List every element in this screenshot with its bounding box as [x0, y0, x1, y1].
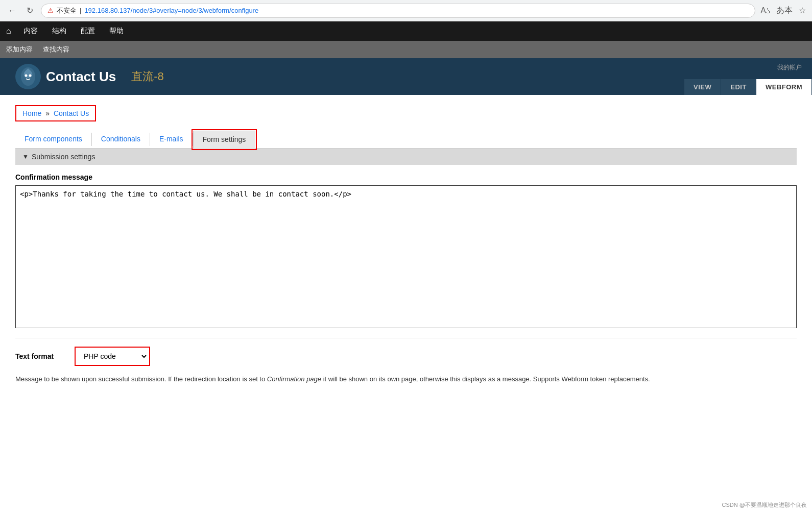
- bookmark-icon: ☆: [799, 6, 806, 15]
- url-path: /node/3#overlay=node/3/webform/configure: [131, 7, 258, 14]
- webform-tab-conditionals[interactable]: Conditionals: [92, 131, 150, 148]
- breadcrumb-home[interactable]: Home: [22, 109, 41, 117]
- browser-bar: ← ↻ ⚠ 不安全 | 192.168.80.137/node/3#overla…: [0, 0, 812, 21]
- back-button[interactable]: ←: [6, 5, 18, 17]
- find-content-link[interactable]: 查找内容: [43, 45, 69, 54]
- submission-settings-header[interactable]: ▼ Submission settings: [15, 149, 797, 165]
- main-content: Home » Contact Us Form components Condit…: [0, 95, 812, 400]
- page-header: Contact Us 直流-8 我的帐户 VIEW EDIT WEBFORM: [0, 58, 812, 95]
- text-format-select-wrapper: PHP code Full HTML Filtered HTML Plain t…: [75, 347, 150, 366]
- site-name: 直流-8: [131, 69, 164, 84]
- text-format-label: Text format: [15, 352, 66, 360]
- security-warning-text: 不安全: [57, 6, 77, 15]
- breadcrumb: Home » Contact Us: [15, 105, 96, 121]
- logo-area: Contact Us 直流-8: [10, 64, 164, 89]
- description-rest: it will be shown on its own page, otherw…: [321, 375, 650, 383]
- tab-webform[interactable]: WEBFORM: [756, 79, 812, 95]
- text-format-select[interactable]: PHP code Full HTML Filtered HTML Plain t…: [77, 349, 148, 364]
- nav-config[interactable]: 配置: [79, 27, 97, 36]
- nav-content[interactable]: 内容: [21, 27, 40, 36]
- font-icon: AᲐ: [760, 6, 770, 15]
- tab-view[interactable]: VIEW: [684, 79, 721, 95]
- webform-tab-settings[interactable]: Form settings: [193, 131, 256, 149]
- drupal-logo: [15, 64, 41, 89]
- confirmation-message-section: Confirmation message: [15, 165, 797, 338]
- url-separator: |: [80, 7, 81, 14]
- breadcrumb-current[interactable]: Contact Us: [54, 109, 89, 117]
- webform-tab-emails[interactable]: E-mails: [150, 131, 193, 148]
- address-bar: ⚠ 不安全 | 192.168.80.137/node/3#overlay=no…: [41, 4, 755, 18]
- svg-point-2: [29, 75, 32, 77]
- tab-edit[interactable]: EDIT: [721, 79, 756, 95]
- description-main: Message to be shown upon successful subm…: [15, 375, 267, 383]
- security-warning-icon: ⚠: [47, 7, 54, 14]
- svg-point-1: [25, 75, 28, 77]
- description-text: Message to be shown upon successful subm…: [15, 374, 797, 389]
- add-content-link[interactable]: 添加内容: [6, 45, 33, 54]
- url-display: 192.168.80.137/node/3#overlay=node/3/web…: [84, 7, 258, 14]
- webform-tab-components[interactable]: Form components: [15, 131, 91, 148]
- url-host: 192.168.80.137: [84, 7, 130, 14]
- translate-icon: あ本: [776, 5, 793, 16]
- reload-button[interactable]: ↻: [23, 5, 36, 17]
- page-tabs: VIEW EDIT WEBFORM: [684, 79, 812, 95]
- text-format-row: Text format PHP code Full HTML Filtered …: [15, 338, 797, 374]
- browser-icons: AᲐ あ本 ☆: [760, 5, 806, 16]
- page-title: Contact Us: [46, 69, 116, 85]
- confirmation-message-textarea[interactable]: [15, 185, 797, 328]
- submission-settings-label: Submission settings: [32, 153, 95, 161]
- confirmation-message-label: Confirmation message: [15, 173, 797, 181]
- admin-bar: 添加内容 查找内容: [0, 41, 812, 58]
- cms-topnav: ⌂ 内容 结构 配置 帮助: [0, 21, 812, 41]
- nav-structure[interactable]: 结构: [50, 27, 68, 36]
- home-icon[interactable]: ⌂: [6, 27, 11, 36]
- my-account-link[interactable]: 我的帐户: [777, 63, 802, 72]
- collapse-arrow-icon: ▼: [22, 153, 29, 160]
- webform-tabs: Form components Conditionals E-mails For…: [15, 131, 797, 149]
- description-italic: Confirmation page: [267, 375, 321, 383]
- nav-help[interactable]: 帮助: [107, 27, 126, 36]
- breadcrumb-separator: »: [45, 109, 50, 117]
